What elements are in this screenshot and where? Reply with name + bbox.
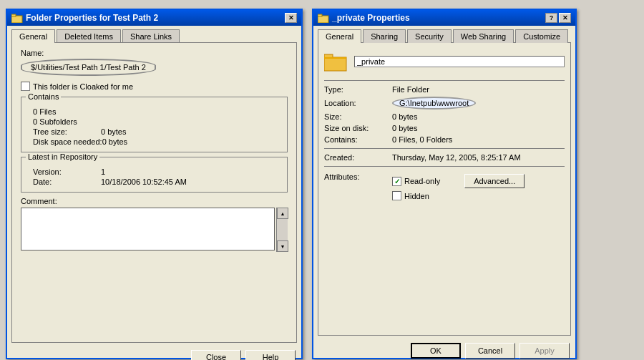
contains-label-2: Contains: <box>324 135 392 144</box>
bottom-buttons-1: Close Help <box>7 346 301 360</box>
title-bar-left-2: _private Properties <box>318 12 410 24</box>
latest-repo-group: Latest in Repository Version: 1 Date: 10… <box>21 157 288 193</box>
tab-content-1: Name: $/Utilities/Test Path 1/Test Path … <box>11 42 297 343</box>
readonly-checkmark: ✓ <box>394 177 400 185</box>
comment-textarea[interactable] <box>21 208 275 250</box>
type-value: File Folder <box>392 85 429 94</box>
hidden-checkbox[interactable] <box>392 191 401 200</box>
tree-size-value: 0 bytes <box>101 127 126 136</box>
folder-title-icon-2 <box>318 12 329 24</box>
tab-general-1[interactable]: General <box>11 29 55 43</box>
scroll-down-arrow[interactable]: ▼ <box>277 240 288 252</box>
comment-input-area: ▲ ▼ <box>21 208 288 250</box>
help-button[interactable]: Help <box>245 350 296 360</box>
type-label: Type: <box>324 85 392 94</box>
divider-3 <box>324 166 565 167</box>
bottom-buttons-2: OK Cancel Apply <box>313 339 575 360</box>
tab-customize[interactable]: Customize <box>515 29 568 43</box>
name-oval: $/Utilities/Test Path 1/Test Path 2 <box>21 59 156 76</box>
created-label: Created: <box>324 153 392 162</box>
created-row: Created: Thursday, May 12, 2005, 8:25:17… <box>324 153 565 162</box>
created-value: Thursday, May 12, 2005, 8:25:17 AM <box>392 153 521 162</box>
readonly-checkbox[interactable]: ✓ <box>392 177 401 186</box>
title-bar-buttons-1: ✕ <box>285 13 297 23</box>
hidden-checkbox-row[interactable]: Hidden <box>392 191 525 200</box>
version-label: Version: <box>33 167 101 176</box>
tabs-bar-2: General Sharing Security Web Sharing Cus… <box>313 26 575 42</box>
scroll-thumb[interactable] <box>277 219 288 240</box>
size-row: Size: 0 bytes <box>324 112 565 121</box>
disk-space-label: Disk space needed: <box>33 137 102 146</box>
cloaked-checkbox[interactable] <box>21 82 30 91</box>
comment-scrollbar[interactable]: ▲ ▼ <box>276 208 288 252</box>
contains-value-2: 0 Files, 0 Folders <box>392 135 452 144</box>
latest-repo-title: Latest in Repository <box>26 152 99 161</box>
date-label: Date: <box>33 177 101 186</box>
tab-web-sharing[interactable]: Web Sharing <box>453 29 514 43</box>
tab-sharing[interactable]: Sharing <box>363 29 406 43</box>
name-label: Name: <box>21 49 291 57</box>
tabs-bar-1: General Deleted Items Share Links <box>7 26 301 42</box>
subfolders-label: 0 Subfolders <box>33 117 275 126</box>
tree-size-label: Tree size: <box>33 127 101 136</box>
readonly-checkbox-row[interactable]: ✓ Read-only Advanced... <box>392 174 525 188</box>
cancel-button[interactable]: Cancel <box>465 343 515 359</box>
size-on-disk-row: Size on disk: 0 bytes <box>324 124 565 132</box>
files-label: 0 Files <box>33 107 275 116</box>
type-row: Type: File Folder <box>324 85 565 94</box>
close-button[interactable]: Close <box>191 350 241 360</box>
readonly-label: Read-only <box>404 177 440 185</box>
title-bar-2: _private Properties ? ✕ <box>313 10 575 26</box>
help-button-2[interactable]: ? <box>545 13 557 23</box>
comment-section: Comment: ▲ ▼ <box>21 197 288 250</box>
title-bar-1: Folder Properties for Test Path 2 ✕ <box>7 10 301 26</box>
attributes-row: Attributes: ✓ Read-only Advanced... Hidd… <box>324 171 565 203</box>
cloaked-label: This folder is Cloaked for me <box>33 82 133 91</box>
size-on-disk-value: 0 bytes <box>392 124 417 132</box>
scroll-up-arrow[interactable]: ▲ <box>277 208 288 219</box>
version-value: 1 <box>101 167 105 176</box>
close-button-2[interactable]: ✕ <box>559 13 571 23</box>
svg-rect-6 <box>324 57 346 59</box>
location-value: G:\Inetpub\wwwroot <box>392 97 476 110</box>
svg-rect-1 <box>11 14 16 16</box>
tree-size-row: Tree size: 0 bytes <box>33 127 275 136</box>
tab-deleted-items[interactable]: Deleted Items <box>57 29 121 43</box>
apply-button[interactable]: Apply <box>519 343 570 359</box>
version-row: Version: 1 <box>33 167 275 176</box>
ok-button[interactable]: OK <box>411 343 461 359</box>
attributes-section: ✓ Read-only Advanced... Hidden <box>392 171 525 203</box>
contains-group: Contains 0 Files 0 Subfolders Tree size:… <box>21 97 288 152</box>
divider-2 <box>324 148 565 149</box>
folder-header <box>324 52 565 72</box>
tab-general-2[interactable]: General <box>318 29 361 43</box>
comment-label: Comment: <box>21 197 288 205</box>
attributes-label: Attributes: <box>324 171 392 181</box>
contains-row: Contains: 0 Files, 0 Folders <box>324 135 565 144</box>
contains-group-title: Contains <box>26 92 61 101</box>
tab-security[interactable]: Security <box>407 29 452 43</box>
cloaked-checkbox-row[interactable]: This folder is Cloaked for me <box>21 82 288 91</box>
window2-title: _private Properties <box>332 13 410 23</box>
location-row: Location: G:\Inetpub\wwwroot <box>324 97 565 110</box>
close-button-1[interactable]: ✕ <box>285 13 297 23</box>
size-on-disk-label: Size on disk: <box>324 124 392 132</box>
tab-content-2: Type: File Folder Location: G:\Inetpub\w… <box>318 42 571 336</box>
name-section: Name: $/Utilities/Test Path 1/Test Path … <box>18 49 291 76</box>
svg-rect-3 <box>318 14 322 16</box>
name-value: $/Utilities/Test Path 1/Test Path 2 <box>31 63 146 72</box>
date-value: 10/18/2006 10:52:45 AM <box>101 177 187 186</box>
disk-space-row: Disk space needed: 0 bytes <box>33 137 275 146</box>
date-row: Date: 10/18/2006 10:52:45 AM <box>33 177 275 186</box>
folder-title-icon <box>11 12 23 24</box>
folder-properties-window: Folder Properties for Test Path 2 ✕ Gene… <box>6 9 303 359</box>
title-bar-buttons-2: ? ✕ <box>545 13 571 23</box>
window1-title: Folder Properties for Test Path 2 <box>26 13 158 23</box>
svg-rect-4 <box>324 57 346 71</box>
private-properties-window: _private Properties ? ✕ General Sharing … <box>312 9 577 359</box>
tab-share-links[interactable]: Share Links <box>122 29 180 43</box>
advanced-button[interactable]: Advanced... <box>464 174 525 188</box>
divider-1 <box>324 80 565 81</box>
folder-name-input[interactable] <box>354 56 565 67</box>
folder-icon-large <box>324 52 347 72</box>
